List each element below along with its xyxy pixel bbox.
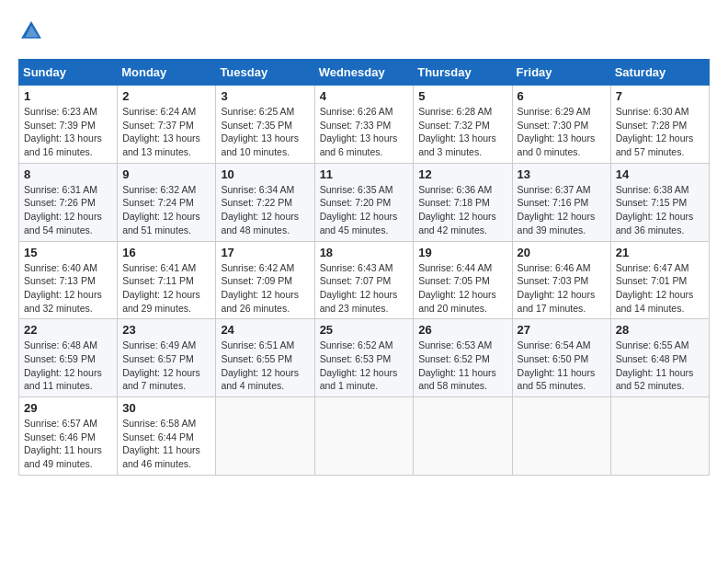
day-number: 16	[122, 246, 210, 259]
calendar-cell: 3Sunrise: 6:25 AMSunset: 7:35 PMDaylight…	[216, 86, 314, 164]
calendar-cell: 9Sunrise: 6:32 AMSunset: 7:24 PMDaylight…	[118, 163, 216, 241]
calendar-cell: 18Sunrise: 6:43 AMSunset: 7:07 PMDayligh…	[314, 241, 414, 319]
logo-icon	[18, 18, 44, 44]
day-info: Sunrise: 6:40 AMSunset: 7:13 PMDaylight:…	[24, 261, 112, 316]
day-info: Sunrise: 6:24 AMSunset: 7:37 PMDaylight:…	[122, 105, 210, 159]
day-number: 5	[418, 89, 506, 103]
day-number: 24	[221, 323, 309, 337]
day-info: Sunrise: 6:53 AMSunset: 6:52 PMDaylight:…	[418, 339, 506, 393]
day-info: Sunrise: 6:29 AMSunset: 7:30 PMDaylight:…	[518, 105, 606, 159]
calendar-cell: 10Sunrise: 6:34 AMSunset: 7:22 PMDayligh…	[216, 163, 314, 241]
calendar-header-row: SundayMondayTuesdayWednesdayThursdayFrid…	[19, 60, 710, 86]
day-number: 28	[616, 323, 704, 337]
day-info: Sunrise: 6:32 AMSunset: 7:24 PMDaylight:…	[122, 183, 210, 237]
day-number: 21	[616, 246, 704, 259]
calendar-cell	[314, 397, 414, 476]
day-info: Sunrise: 6:43 AMSunset: 7:07 PMDaylight:…	[320, 261, 409, 316]
calendar-cell	[414, 397, 512, 476]
day-info: Sunrise: 6:42 AMSunset: 7:09 PMDaylight:…	[221, 261, 309, 316]
calendar-header-saturday: Saturday	[610, 60, 709, 86]
calendar-cell: 1Sunrise: 6:23 AMSunset: 7:39 PMDaylight…	[19, 86, 118, 164]
day-info: Sunrise: 6:38 AMSunset: 7:15 PMDaylight:…	[616, 183, 704, 237]
day-number: 18	[320, 246, 409, 259]
day-info: Sunrise: 6:48 AMSunset: 6:59 PMDaylight:…	[24, 339, 112, 393]
calendar-header-sunday: Sunday	[19, 60, 118, 86]
day-info: Sunrise: 6:37 AMSunset: 7:16 PMDaylight:…	[518, 183, 606, 237]
calendar-cell: 17Sunrise: 6:42 AMSunset: 7:09 PMDayligh…	[216, 241, 314, 319]
calendar-cell: 23Sunrise: 6:49 AMSunset: 6:57 PMDayligh…	[118, 319, 216, 397]
calendar-week-row: 15Sunrise: 6:40 AMSunset: 7:13 PMDayligh…	[19, 241, 710, 319]
day-number: 26	[418, 323, 506, 337]
day-info: Sunrise: 6:34 AMSunset: 7:22 PMDaylight:…	[221, 183, 309, 237]
calendar-header-monday: Monday	[118, 60, 216, 86]
calendar-header-thursday: Thursday	[414, 60, 512, 86]
day-number: 23	[122, 323, 210, 337]
day-info: Sunrise: 6:49 AMSunset: 6:57 PMDaylight:…	[122, 339, 210, 393]
calendar-cell: 7Sunrise: 6:30 AMSunset: 7:28 PMDaylight…	[610, 86, 709, 164]
day-info: Sunrise: 6:57 AMSunset: 6:46 PMDaylight:…	[24, 417, 112, 471]
logo	[18, 18, 48, 44]
calendar-cell: 11Sunrise: 6:35 AMSunset: 7:20 PMDayligh…	[314, 163, 414, 241]
day-info: Sunrise: 6:25 AMSunset: 7:35 PMDaylight:…	[221, 105, 309, 159]
day-number: 13	[518, 167, 606, 181]
calendar-header-friday: Friday	[512, 60, 610, 86]
day-number: 11	[320, 167, 409, 181]
calendar-cell: 4Sunrise: 6:26 AMSunset: 7:33 PMDaylight…	[314, 86, 414, 164]
calendar-cell: 13Sunrise: 6:37 AMSunset: 7:16 PMDayligh…	[512, 163, 610, 241]
day-number: 1	[24, 89, 112, 103]
calendar-cell: 15Sunrise: 6:40 AMSunset: 7:13 PMDayligh…	[19, 241, 118, 319]
calendar-cell: 27Sunrise: 6:54 AMSunset: 6:50 PMDayligh…	[512, 319, 610, 397]
day-number: 22	[24, 323, 112, 337]
day-info: Sunrise: 6:51 AMSunset: 6:55 PMDaylight:…	[221, 339, 309, 393]
day-info: Sunrise: 6:41 AMSunset: 7:11 PMDaylight:…	[122, 261, 210, 316]
day-number: 6	[518, 89, 606, 103]
day-info: Sunrise: 6:28 AMSunset: 7:32 PMDaylight:…	[418, 105, 506, 159]
day-info: Sunrise: 6:44 AMSunset: 7:05 PMDaylight:…	[418, 261, 506, 316]
day-number: 9	[122, 167, 210, 181]
day-info: Sunrise: 6:52 AMSunset: 6:53 PMDaylight:…	[320, 339, 409, 393]
calendar-cell: 2Sunrise: 6:24 AMSunset: 7:37 PMDaylight…	[118, 86, 216, 164]
day-number: 7	[616, 89, 704, 103]
day-number: 27	[518, 323, 606, 337]
day-info: Sunrise: 6:31 AMSunset: 7:26 PMDaylight:…	[24, 183, 112, 237]
page-header	[18, 18, 710, 44]
calendar-cell	[512, 397, 610, 476]
calendar-cell: 16Sunrise: 6:41 AMSunset: 7:11 PMDayligh…	[118, 241, 216, 319]
calendar-cell: 28Sunrise: 6:55 AMSunset: 6:48 PMDayligh…	[610, 319, 709, 397]
day-number: 12	[418, 167, 506, 181]
calendar-cell: 21Sunrise: 6:47 AMSunset: 7:01 PMDayligh…	[610, 241, 709, 319]
day-info: Sunrise: 6:47 AMSunset: 7:01 PMDaylight:…	[616, 261, 704, 316]
calendar-cell: 5Sunrise: 6:28 AMSunset: 7:32 PMDaylight…	[414, 86, 512, 164]
calendar-week-row: 8Sunrise: 6:31 AMSunset: 7:26 PMDaylight…	[19, 163, 710, 241]
calendar-cell: 6Sunrise: 6:29 AMSunset: 7:30 PMDaylight…	[512, 86, 610, 164]
day-number: 29	[24, 401, 112, 415]
day-info: Sunrise: 6:23 AMSunset: 7:39 PMDaylight:…	[24, 105, 112, 159]
calendar-cell: 29Sunrise: 6:57 AMSunset: 6:46 PMDayligh…	[19, 397, 118, 476]
day-info: Sunrise: 6:30 AMSunset: 7:28 PMDaylight:…	[616, 105, 704, 159]
day-number: 14	[616, 167, 704, 181]
calendar-header-tuesday: Tuesday	[216, 60, 314, 86]
day-info: Sunrise: 6:58 AMSunset: 6:44 PMDaylight:…	[122, 417, 210, 471]
calendar-table: SundayMondayTuesdayWednesdayThursdayFrid…	[18, 59, 710, 476]
calendar-cell: 14Sunrise: 6:38 AMSunset: 7:15 PMDayligh…	[610, 163, 709, 241]
calendar-header-wednesday: Wednesday	[314, 60, 414, 86]
calendar-cell: 19Sunrise: 6:44 AMSunset: 7:05 PMDayligh…	[414, 241, 512, 319]
day-number: 4	[320, 89, 409, 103]
day-number: 3	[221, 89, 309, 103]
day-info: Sunrise: 6:36 AMSunset: 7:18 PMDaylight:…	[418, 183, 506, 237]
calendar-week-row: 22Sunrise: 6:48 AMSunset: 6:59 PMDayligh…	[19, 319, 710, 397]
calendar-week-row: 1Sunrise: 6:23 AMSunset: 7:39 PMDaylight…	[19, 86, 710, 164]
calendar-cell: 30Sunrise: 6:58 AMSunset: 6:44 PMDayligh…	[118, 397, 216, 476]
day-info: Sunrise: 6:35 AMSunset: 7:20 PMDaylight:…	[320, 183, 409, 237]
day-number: 8	[24, 167, 112, 181]
day-number: 15	[24, 246, 112, 259]
day-number: 19	[418, 246, 506, 259]
day-info: Sunrise: 6:26 AMSunset: 7:33 PMDaylight:…	[320, 105, 409, 159]
calendar-week-row: 29Sunrise: 6:57 AMSunset: 6:46 PMDayligh…	[19, 397, 710, 476]
day-number: 30	[122, 401, 210, 415]
calendar-cell: 24Sunrise: 6:51 AMSunset: 6:55 PMDayligh…	[216, 319, 314, 397]
day-info: Sunrise: 6:55 AMSunset: 6:48 PMDaylight:…	[616, 339, 704, 393]
calendar-cell: 25Sunrise: 6:52 AMSunset: 6:53 PMDayligh…	[314, 319, 414, 397]
day-number: 2	[122, 89, 210, 103]
calendar-cell	[610, 397, 709, 476]
